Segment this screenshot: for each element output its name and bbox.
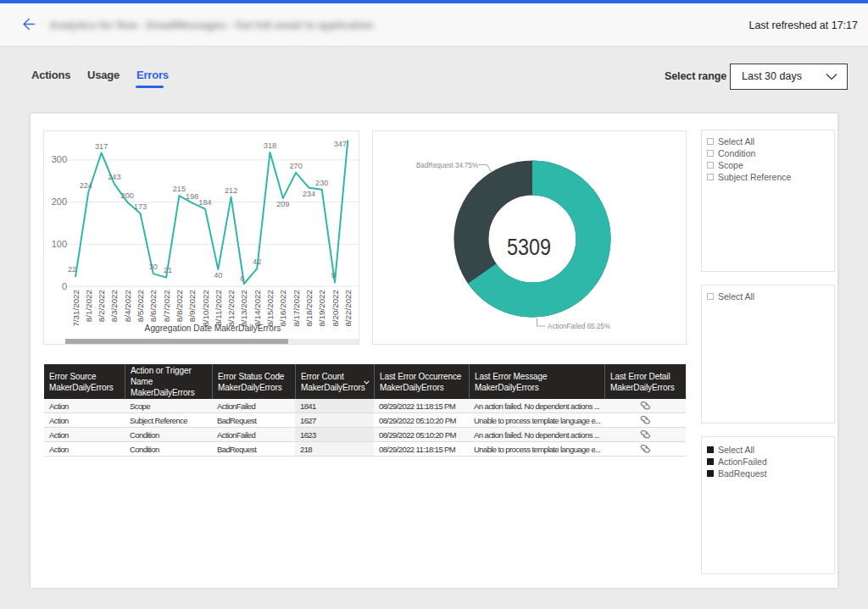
- svg-text:300: 300: [52, 154, 67, 164]
- svg-text:8/2/2022: 8/2/2022: [97, 290, 106, 322]
- svg-text:8/19/2022: 8/19/2022: [317, 290, 326, 327]
- svg-text:200: 200: [52, 197, 67, 207]
- svg-text:8/15/2022: 8/15/2022: [265, 290, 275, 327]
- svg-text:184: 184: [198, 198, 211, 207]
- svg-text:173: 173: [134, 202, 147, 211]
- svg-text:8/16/2022: 8/16/2022: [278, 290, 287, 327]
- svg-text:318: 318: [264, 141, 276, 150]
- svg-text:317: 317: [95, 142, 108, 151]
- svg-text:215: 215: [173, 185, 186, 193]
- svg-text:6: 6: [240, 274, 244, 283]
- svg-text:8/18/2022: 8/18/2022: [304, 290, 314, 327]
- svg-text:212: 212: [225, 186, 237, 195]
- svg-text:30: 30: [149, 263, 158, 271]
- svg-text:9: 9: [331, 271, 335, 280]
- svg-text:7/31/2022: 7/31/2022: [71, 290, 81, 327]
- svg-text:8/11/2022: 8/11/2022: [214, 290, 223, 326]
- svg-text:5309: 5309: [507, 234, 551, 260]
- svg-text:8/22/2022: 8/22/2022: [343, 290, 353, 327]
- svg-text:8/5/2022: 8/5/2022: [136, 290, 145, 322]
- svg-text:8/1/2022: 8/1/2022: [84, 290, 93, 322]
- svg-text:234: 234: [303, 190, 315, 198]
- svg-text:42: 42: [253, 257, 261, 266]
- svg-text:8/13/2022: 8/13/2022: [239, 290, 248, 327]
- svg-text:8/8/2022: 8/8/2022: [175, 290, 184, 322]
- svg-text:243: 243: [108, 173, 120, 181]
- svg-text:270: 270: [289, 162, 302, 170]
- svg-text:40: 40: [214, 271, 222, 280]
- svg-text:8/4/2022: 8/4/2022: [123, 290, 132, 322]
- svg-text:8/6/2022: 8/6/2022: [148, 290, 158, 322]
- svg-text:100: 100: [52, 239, 67, 249]
- svg-text:8/10/2022: 8/10/2022: [201, 290, 210, 327]
- svg-text:347: 347: [334, 140, 347, 148]
- svg-text:BadRequest 34.75%: BadRequest 34.75%: [416, 161, 478, 169]
- svg-text:Aggregation Date MakerDailyErr: Aggregation Date MakerDailyErrors: [145, 324, 281, 333]
- svg-text:8/7/2022: 8/7/2022: [162, 290, 171, 322]
- svg-text:21: 21: [164, 266, 172, 274]
- svg-text:209: 209: [276, 200, 289, 208]
- svg-text:224: 224: [80, 181, 92, 190]
- svg-text:200: 200: [121, 191, 134, 200]
- svg-text:22: 22: [68, 265, 76, 274]
- svg-text:8/17/2022: 8/17/2022: [292, 290, 301, 327]
- svg-text:8/20/2022: 8/20/2022: [331, 290, 340, 327]
- svg-text:0: 0: [62, 281, 67, 291]
- svg-text:8/3/2022: 8/3/2022: [109, 290, 119, 322]
- svg-text:230: 230: [315, 179, 328, 187]
- svg-text:8/14/2022: 8/14/2022: [253, 290, 262, 327]
- svg-text:8/12/2022: 8/12/2022: [226, 290, 236, 327]
- svg-text:198: 198: [186, 192, 198, 201]
- svg-text:ActionFailed 65.25%: ActionFailed 65.25%: [548, 322, 610, 330]
- svg-text:8/9/2022: 8/9/2022: [187, 290, 197, 322]
